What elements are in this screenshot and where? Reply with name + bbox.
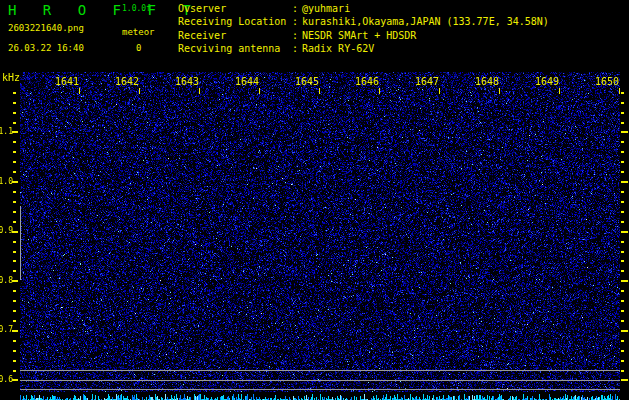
time-tick-label: 1646 (355, 77, 381, 87)
tick-mark (13, 370, 16, 372)
tick-mark (621, 280, 628, 282)
tick-mark (621, 161, 624, 163)
tick-mark (621, 379, 628, 381)
time-tick-label: 1650 (595, 77, 621, 87)
tick-mark (79, 88, 80, 94)
tick-mark (621, 122, 624, 124)
info-value: kurashiki,Okayama,JAPAN (133.77E, 34.58N… (302, 16, 549, 27)
tick-mark (499, 88, 500, 94)
tick-mark (621, 112, 624, 114)
tick-mark (621, 370, 624, 372)
tick-mark (13, 171, 16, 173)
tick-mark (13, 251, 16, 253)
tick-mark (621, 290, 624, 292)
tick-mark (13, 300, 16, 302)
tick-mark (621, 131, 628, 133)
info-label: Ovserver (178, 3, 292, 14)
carrier-reference-line-upper (20, 370, 620, 371)
tick-mark (619, 88, 620, 94)
tick-mark (13, 270, 16, 272)
tick-mark (621, 350, 624, 352)
tick-mark (13, 360, 16, 362)
tick-mark (559, 88, 560, 94)
tick-mark (13, 191, 16, 193)
info-row-antenna: Recviving antenna:Radix RY-62V (178, 43, 374, 54)
tick-mark (13, 260, 16, 262)
carrier-reference-line-lower (20, 389, 620, 390)
capture-filename: 2603221640.png (8, 23, 84, 33)
tick-mark (13, 310, 16, 312)
tick-mark (13, 141, 16, 143)
tick-mark (12, 231, 18, 233)
tick-mark (319, 88, 320, 94)
tick-mark (12, 131, 18, 133)
tick-mark (621, 251, 624, 253)
tick-mark (621, 320, 624, 322)
tick-mark (13, 221, 16, 223)
info-separator: : (292, 3, 302, 14)
tick-mark (13, 340, 16, 342)
tick-mark (13, 151, 16, 153)
tick-mark (621, 151, 624, 153)
app-version: 1.0.0f (122, 4, 151, 13)
info-separator: : (292, 16, 302, 27)
app-title: H R O F F T (8, 2, 200, 18)
info-row-observer: Ovserver:@yuhmari (178, 3, 350, 14)
spectrogram-canvas (20, 72, 620, 392)
tick-mark (621, 260, 624, 262)
tick-mark (13, 241, 16, 243)
info-label: Recviving antenna (178, 43, 292, 54)
tick-mark (621, 300, 624, 302)
tick-mark (439, 88, 440, 94)
tick-mark (12, 280, 18, 282)
time-tick-label: 1645 (295, 77, 321, 87)
tick-mark (13, 320, 16, 322)
tick-mark (13, 290, 16, 292)
carrier-reference-line-middle (20, 380, 620, 381)
hrofft-window: H R O F F T 1.0.0f 2603221640.png meteor… (0, 0, 629, 400)
tick-mark (621, 310, 624, 312)
info-value: @yuhmari (302, 3, 350, 14)
tick-mark (621, 231, 628, 233)
tick-mark (13, 161, 16, 163)
tick-mark (621, 201, 624, 203)
tick-mark (621, 141, 624, 143)
capture-datetime: 26.03.22 16:40 (8, 43, 84, 53)
time-tick-label: 1644 (235, 77, 261, 87)
tick-mark (621, 340, 624, 342)
info-row-location: Receiving Location:kurashiki,Okayama,JAP… (178, 16, 549, 27)
time-tick-label: 1641 (55, 77, 81, 87)
tick-mark (621, 330, 628, 332)
tick-mark (621, 360, 624, 362)
tick-mark (13, 92, 16, 94)
time-tick-label: 1642 (115, 77, 141, 87)
freq-axis-unit: kHz (2, 72, 20, 83)
signal-level-strip (20, 392, 620, 400)
info-separator: : (292, 43, 302, 54)
tick-mark (12, 330, 18, 332)
info-label: Receiving Location (178, 16, 292, 27)
tick-mark (621, 221, 624, 223)
info-row-receiver: Receiver:NESDR SMArt + HDSDR (178, 30, 416, 41)
meteor-count-label: meteor (122, 27, 155, 37)
tick-mark (621, 181, 628, 183)
time-tick-label: 1649 (535, 77, 561, 87)
tick-mark (621, 241, 624, 243)
info-value: Radix RY-62V (302, 43, 374, 54)
tick-mark (13, 112, 16, 114)
tick-mark (199, 88, 200, 94)
tick-mark (259, 88, 260, 94)
tick-mark (12, 181, 18, 183)
tick-mark (13, 122, 16, 124)
tick-mark (621, 270, 624, 272)
info-value: NESDR SMArt + HDSDR (302, 30, 416, 41)
left-edge-marker-line (20, 206, 21, 280)
time-tick-label: 1643 (175, 77, 201, 87)
tick-mark (139, 88, 140, 94)
tick-mark (621, 102, 624, 104)
time-tick-label: 1648 (475, 77, 501, 87)
tick-mark (13, 350, 16, 352)
tick-mark (621, 211, 624, 213)
tick-mark (13, 201, 16, 203)
info-separator: : (292, 30, 302, 41)
